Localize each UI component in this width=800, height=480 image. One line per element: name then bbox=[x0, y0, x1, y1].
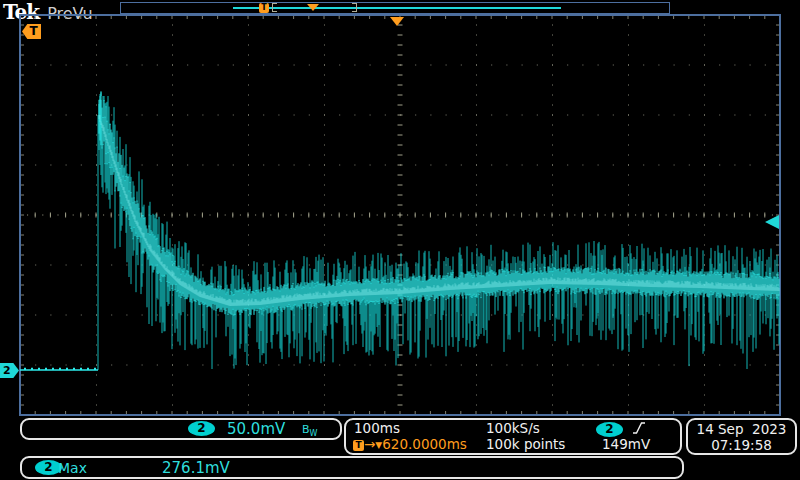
ch2-badge: 2 bbox=[188, 421, 215, 436]
horizontal-trigger-readout: 100ms 100kS/s 2 T→▼620.0000ms 100k point… bbox=[344, 418, 682, 455]
measurement-value: 276.1mV bbox=[162, 458, 230, 478]
date: 14 Sep 2023 bbox=[697, 421, 787, 437]
time: 07:19:58 bbox=[711, 437, 772, 453]
record-length: 100k points bbox=[486, 437, 565, 452]
sample-rate: 100kS/s bbox=[486, 421, 540, 436]
delay-arrow-icon: → bbox=[364, 436, 375, 452]
delay-trigger-chip: T bbox=[353, 440, 364, 451]
measurement-readout: 2 Max 276.1mV bbox=[20, 456, 684, 479]
measurement-label: Max bbox=[58, 459, 87, 478]
trigger-source-badge: 2 bbox=[596, 422, 623, 437]
ch2-scale-readout: 2 50.0mV BW bbox=[20, 418, 342, 440]
time-per-div: 100ms bbox=[354, 421, 400, 436]
datetime-readout: 14 Sep 2023 07:19:58 bbox=[686, 418, 797, 455]
bandwidth-limit-indicator: BW bbox=[302, 422, 317, 441]
oscilloscope-screen: TekPreVu T T 2 2 50.0mV BW 100ms 100kS/s… bbox=[0, 0, 800, 480]
ch2-scale-value: 50.0mV bbox=[227, 421, 285, 438]
delay-value: 620.0000ms bbox=[382, 436, 467, 452]
graticule-and-trace bbox=[0, 0, 800, 480]
delay-readout: T→▼620.0000ms bbox=[353, 437, 467, 453]
trigger-level-value: 149mV bbox=[602, 437, 650, 452]
